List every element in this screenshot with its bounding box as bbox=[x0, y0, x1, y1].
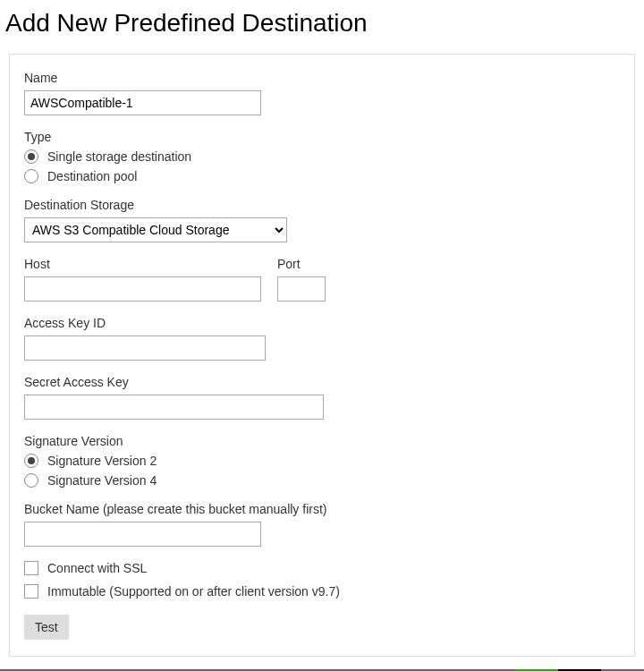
ssl-checkbox-row[interactable]: Connect with SSL bbox=[24, 561, 620, 575]
signature-radio-v2[interactable]: Signature Version 2 bbox=[24, 454, 620, 468]
host-input[interactable] bbox=[24, 276, 261, 302]
host-field: Host bbox=[24, 257, 261, 302]
test-button[interactable]: Test bbox=[24, 615, 69, 640]
secret-key-label: Secret Access Key bbox=[24, 375, 620, 389]
destination-storage-field: Destination Storage AWS S3 Compatible Cl… bbox=[24, 198, 620, 242]
bucket-field: Bucket Name (please create this bucket m… bbox=[24, 502, 620, 547]
immutable-checkbox-row[interactable]: Immutable (Supported on or after client … bbox=[24, 584, 620, 599]
host-label: Host bbox=[24, 257, 261, 271]
host-port-row: Host Port bbox=[24, 257, 620, 302]
destination-storage-select[interactable]: AWS S3 Compatible Cloud Storage bbox=[24, 217, 287, 242]
signature-radio-v4[interactable]: Signature Version 4 bbox=[24, 473, 620, 488]
bucket-label: Bucket Name (please create this bucket m… bbox=[24, 502, 620, 516]
radio-label-single: Single storage destination bbox=[47, 149, 191, 164]
radio-icon bbox=[24, 169, 38, 183]
bucket-input[interactable] bbox=[24, 522, 261, 547]
radio-icon bbox=[24, 454, 38, 468]
type-radio-pool[interactable]: Destination pool bbox=[24, 169, 620, 183]
radio-icon bbox=[24, 473, 38, 488]
checkbox-icon bbox=[24, 561, 38, 575]
port-input[interactable] bbox=[277, 276, 326, 302]
name-field: Name bbox=[24, 71, 620, 115]
immutable-label: Immutable (Supported on or after client … bbox=[47, 584, 340, 599]
port-field: Port bbox=[277, 257, 326, 302]
type-label: Type bbox=[24, 130, 620, 144]
name-label: Name bbox=[24, 71, 620, 85]
signature-label: Signature Version bbox=[24, 434, 620, 448]
destination-storage-label: Destination Storage bbox=[24, 198, 620, 212]
access-key-input[interactable] bbox=[24, 336, 266, 361]
secret-key-field: Secret Access Key bbox=[24, 375, 620, 420]
type-radio-single[interactable]: Single storage destination bbox=[24, 149, 620, 164]
checkbox-icon bbox=[24, 584, 38, 599]
name-input[interactable] bbox=[24, 90, 261, 115]
access-key-field: Access Key ID bbox=[24, 316, 620, 361]
type-group: Type Single storage destination Destinat… bbox=[24, 130, 620, 183]
ssl-label: Connect with SSL bbox=[47, 561, 147, 575]
radio-icon bbox=[24, 149, 38, 164]
radio-label-v4: Signature Version 4 bbox=[47, 473, 157, 488]
radio-label-pool: Destination pool bbox=[47, 169, 137, 183]
radio-label-v2: Signature Version 2 bbox=[47, 454, 157, 468]
form-panel: Name Type Single storage destination Des… bbox=[9, 54, 635, 657]
secret-key-input[interactable] bbox=[24, 395, 324, 420]
access-key-label: Access Key ID bbox=[24, 316, 620, 330]
port-label: Port bbox=[277, 257, 326, 271]
signature-group: Signature Version Signature Version 2 Si… bbox=[24, 434, 620, 488]
page-title: Add New Predefined Destination bbox=[5, 9, 644, 38]
